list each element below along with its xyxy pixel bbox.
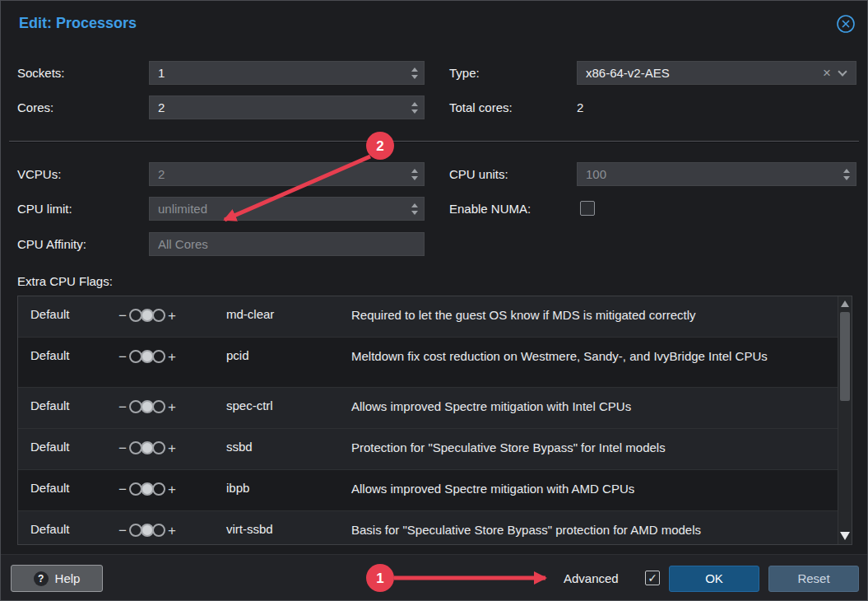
cpu-flags-rows: Default − + md-clear Required to let the…: [18, 296, 838, 544]
slider-on-option[interactable]: [152, 350, 165, 363]
flag-tristate-slider[interactable]: − +: [115, 347, 179, 366]
help-button[interactable]: ? Help: [11, 565, 103, 592]
slider-minus-button[interactable]: −: [115, 306, 130, 324]
sockets-input[interactable]: [150, 62, 406, 84]
slider-on-option[interactable]: [152, 441, 165, 454]
flag-name: md-clear: [226, 307, 274, 321]
slider-on-option[interactable]: [152, 400, 165, 413]
help-icon: ?: [34, 571, 49, 586]
slider-minus-button[interactable]: −: [115, 347, 130, 366]
cpu-limit-label: CPU limit:: [17, 197, 72, 221]
cores-spinner[interactable]: [406, 96, 424, 119]
vcpus-field: [149, 162, 425, 186]
vcpus-spinner[interactable]: [406, 163, 424, 185]
spinner-up-icon[interactable]: [411, 203, 418, 207]
cpu-limit-field: [149, 197, 425, 221]
cores-input[interactable]: [150, 96, 406, 119]
slider-on-option[interactable]: [152, 309, 165, 322]
slider-on-option[interactable]: [152, 524, 165, 537]
flag-description: Protection for "Speculative Store Bypass…: [351, 440, 824, 456]
slider-minus-button[interactable]: −: [115, 398, 130, 416]
flag-description: Meltdown fix cost reduction on Westmere,…: [351, 348, 824, 365]
slider-plus-button[interactable]: +: [165, 439, 179, 457]
close-icon-svg: [836, 14, 856, 34]
cpu-flag-row-pcid: Default − + pcid Meltdown fix cost reduc…: [18, 338, 838, 388]
cpu-limit-input[interactable]: [150, 198, 406, 220]
flag-state-label: Default: [30, 440, 70, 454]
slider-plus-button[interactable]: +: [165, 398, 179, 416]
flag-tristate-slider[interactable]: − +: [115, 521, 179, 539]
total-cores-label: Total cores:: [449, 96, 513, 119]
slider-plus-button[interactable]: +: [165, 480, 179, 498]
vcpus-input[interactable]: [150, 163, 406, 185]
spinner-down-icon[interactable]: [411, 75, 418, 79]
flag-description: Basis for "Speculative Store Bypass" pro…: [351, 522, 824, 538]
spinner-up-icon[interactable]: [411, 68, 418, 72]
flag-tristate-slider[interactable]: − +: [115, 480, 179, 498]
slider-plus-button[interactable]: +: [165, 521, 179, 539]
ok-button[interactable]: OK: [669, 566, 759, 592]
slider-plus-button[interactable]: +: [165, 347, 179, 366]
sockets-label: Sockets:: [17, 61, 65, 85]
flag-name: ssbd: [226, 440, 253, 454]
cpu-flag-row-ibpb: Default − + ibpb Allows improved Spectre…: [18, 470, 838, 511]
flag-description: Required to let the guest OS know if MDS…: [351, 307, 824, 324]
flag-name: virt-ssbd: [226, 522, 273, 536]
clear-icon[interactable]: ×: [816, 65, 838, 82]
enable-numa-checkbox[interactable]: [580, 201, 595, 216]
vcpus-label: VCPUs:: [17, 162, 61, 186]
spinner-up-icon[interactable]: [411, 102, 418, 106]
annotation-circle-2: [366, 132, 394, 160]
cpu-units-spinner[interactable]: [838, 163, 856, 185]
flag-description: Allows improved Spectre mitigation with …: [351, 481, 824, 497]
cpu-flags-table: Default − + md-clear Required to let the…: [17, 296, 852, 545]
cpu-flag-row-ssbd: Default − + ssbd Protection for "Specula…: [18, 429, 838, 470]
scroll-up-icon[interactable]: [841, 300, 849, 307]
enable-numa-label: Enable NUMA:: [449, 197, 531, 221]
dialog-title: Edit: Processors: [19, 15, 137, 32]
cpu-units-field: [577, 162, 856, 186]
chevron-down-icon[interactable]: [838, 67, 847, 76]
flag-state-label: Default: [30, 522, 70, 536]
spinner-down-icon[interactable]: [411, 109, 418, 114]
advanced-section-divider: [9, 141, 859, 142]
spinner-up-icon[interactable]: [411, 169, 418, 173]
flag-state-label: Default: [30, 348, 70, 362]
flag-state-label: Default: [30, 398, 70, 412]
help-button-label: Help: [55, 571, 81, 585]
cores-label: Cores:: [17, 96, 53, 119]
check-icon: ✓: [646, 571, 659, 585]
cpu-units-label: CPU units:: [449, 162, 508, 186]
sockets-spinner[interactable]: [406, 62, 424, 84]
edit-processors-dialog: Edit: Processors Sockets: Type: × Cores:…: [0, 0, 868, 601]
reset-button[interactable]: Reset: [768, 566, 859, 592]
slider-on-option[interactable]: [152, 482, 165, 496]
spinner-down-icon[interactable]: [411, 211, 418, 215]
type-input[interactable]: [578, 62, 816, 84]
cpu-affinity-field: [149, 232, 425, 256]
flag-tristate-slider[interactable]: − +: [115, 439, 179, 457]
slider-minus-button[interactable]: −: [115, 521, 130, 539]
spinner-up-icon[interactable]: [843, 169, 850, 173]
spinner-down-icon[interactable]: [843, 176, 850, 180]
flag-tristate-slider[interactable]: − +: [115, 398, 179, 416]
spinner-down-icon[interactable]: [411, 176, 418, 180]
slider-minus-button[interactable]: −: [115, 480, 130, 498]
advanced-checkbox[interactable]: ✓: [645, 571, 660, 585]
cpu-flag-row-spec-ctrl: Default − + spec-ctrl Allows improved Sp…: [18, 388, 838, 429]
slider-plus-button[interactable]: +: [165, 306, 179, 324]
table-scrollbar[interactable]: [838, 296, 852, 544]
close-icon[interactable]: [836, 14, 856, 34]
flag-tristate-slider[interactable]: − +: [115, 306, 179, 324]
cpu-flag-row-virt-ssbd: Default − + virt-ssbd Basis for "Specula…: [18, 511, 838, 544]
cpu-affinity-label: CPU Affinity:: [17, 232, 86, 256]
scroll-down-icon[interactable]: [840, 532, 850, 540]
cpu-units-input[interactable]: [578, 163, 838, 185]
slider-minus-button[interactable]: −: [115, 439, 130, 457]
advanced-label: Advanced: [564, 566, 619, 591]
scrollbar-thumb[interactable]: [840, 312, 850, 401]
flag-state-label: Default: [30, 481, 70, 495]
cpu-affinity-input[interactable]: [150, 233, 424, 255]
cpu-limit-spinner[interactable]: [406, 198, 424, 220]
cores-field: [149, 96, 425, 119]
